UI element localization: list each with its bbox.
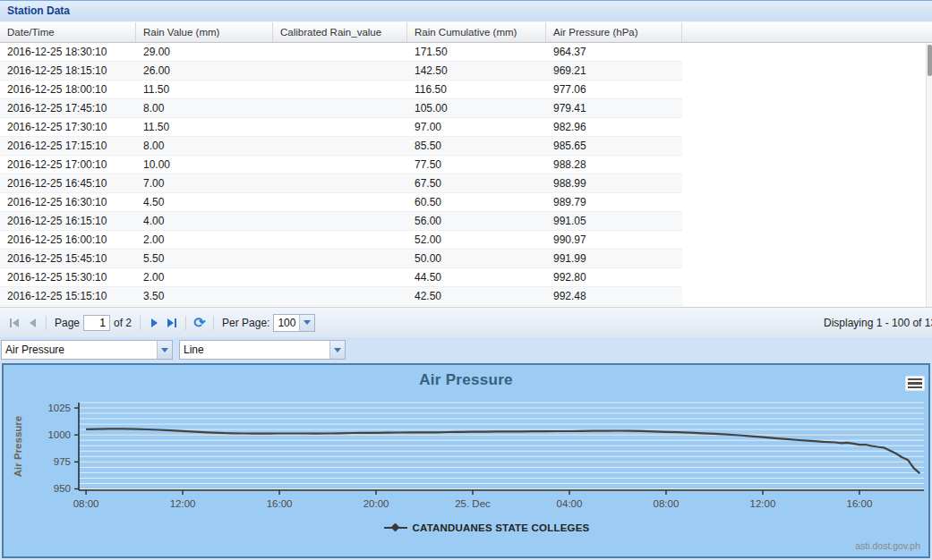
previous-page-icon xyxy=(30,318,36,327)
table-cell xyxy=(273,43,407,61)
table-cell: 97.00 xyxy=(407,118,546,136)
table-cell: 8.00 xyxy=(136,137,273,155)
table-cell: 105.00 xyxy=(407,99,546,117)
table-cell: 991.05 xyxy=(546,212,682,230)
column-header-rain-value-mm-[interactable]: Rain Value (mm) xyxy=(136,22,273,42)
svg-text:16:00: 16:00 xyxy=(847,498,873,509)
svg-text:1025: 1025 xyxy=(47,403,71,413)
table-cell: 56.00 xyxy=(407,212,546,230)
table-row[interactable]: 2016-12-25 16:30:104.5060.50989.79 xyxy=(0,193,682,212)
table-cell: 2016-12-25 15:15:10 xyxy=(0,287,136,305)
table-cell: 2016-12-25 16:30:10 xyxy=(0,193,136,211)
parameter-select[interactable]: Air Pressure xyxy=(1,340,173,360)
table-cell xyxy=(273,231,407,249)
page-count-label: of 2 xyxy=(114,317,132,329)
table-row[interactable]: 2016-12-25 18:00:1011.50116.50977.06 xyxy=(0,81,682,99)
table-cell xyxy=(273,250,407,267)
svg-text:08:00: 08:00 xyxy=(73,498,99,509)
toolbar-separator xyxy=(185,316,186,330)
column-header-empty[interactable] xyxy=(682,22,932,42)
next-page-button[interactable] xyxy=(145,314,163,332)
table-cell: 11.50 xyxy=(136,118,273,136)
parameter-value: Air Pressure xyxy=(2,341,157,359)
toolbar-separator xyxy=(140,316,141,330)
table-row[interactable]: 2016-12-25 17:00:1010.0077.50988.28 xyxy=(0,156,682,174)
table-cell: 969.21 xyxy=(546,62,682,80)
column-header-calibrated-rain-value[interactable]: Calibrated Rain_value xyxy=(273,22,407,42)
table-cell: 2016-12-25 16:00:10 xyxy=(0,231,136,249)
svg-text:975: 975 xyxy=(54,456,71,467)
table-cell: 2016-12-25 15:30:10 xyxy=(0,268,136,286)
column-header-date-time[interactable]: Date/Time xyxy=(0,22,136,42)
hamburger-menu-icon xyxy=(908,378,922,381)
table-cell: 2016-12-25 16:45:10 xyxy=(0,174,136,192)
table-cell xyxy=(273,193,407,211)
table-cell: 8.00 xyxy=(136,99,273,117)
column-header-air-pressure-hpa-[interactable]: Air Pressure (hPa) xyxy=(546,22,682,42)
table-row[interactable]: 2016-12-25 15:30:102.0044.50992.80 xyxy=(0,268,682,287)
table-cell: 44.50 xyxy=(407,268,546,286)
chart-legend[interactable]: CATANDUANES STATE COLLEGES xyxy=(4,522,928,533)
per-page-label: Per Page: xyxy=(222,317,269,329)
table-cell xyxy=(273,156,407,174)
table-row[interactable]: 2016-12-25 17:15:108.0085.50985.65 xyxy=(0,137,682,156)
per-page-select[interactable]: 100 xyxy=(273,314,315,332)
chart-menu-button[interactable] xyxy=(905,376,925,391)
table-cell: 977.06 xyxy=(546,81,682,98)
table-row[interactable]: 2016-12-25 17:30:1011.5097.00982.96 xyxy=(0,118,682,137)
table-cell: 60.50 xyxy=(407,193,546,211)
first-page-button[interactable] xyxy=(5,314,23,332)
table-cell: 988.99 xyxy=(546,174,682,192)
next-page-icon xyxy=(151,318,158,327)
table-cell: 116.50 xyxy=(407,81,546,98)
chart-type-select[interactable]: Line xyxy=(179,340,346,360)
table-row[interactable]: 2016-12-25 16:15:104.0056.00991.05 xyxy=(0,212,682,231)
last-page-icon xyxy=(167,318,174,327)
table-cell xyxy=(273,118,407,136)
parameter-trigger[interactable] xyxy=(157,341,172,359)
chevron-down-icon xyxy=(334,348,341,352)
last-page-button[interactable] xyxy=(163,314,181,332)
table-cell: 2016-12-25 17:45:10 xyxy=(0,99,136,117)
svg-text:12:00: 12:00 xyxy=(170,498,196,509)
chart-credits-link[interactable]: asti.dost.gov.ph xyxy=(855,540,920,551)
page-label: Page xyxy=(55,317,80,329)
paging-toolbar: Page of 2 ⟳ Per Page: 100 Displaying 1 -… xyxy=(0,307,932,337)
table-cell: 26.00 xyxy=(136,62,273,80)
table-cell: 2016-12-25 16:15:10 xyxy=(0,212,136,230)
table-cell xyxy=(273,81,407,98)
table-row[interactable]: 2016-12-25 18:30:1029.00171.50964.37 xyxy=(0,43,682,62)
table-cell xyxy=(273,137,407,155)
vertical-scrollbar[interactable] xyxy=(926,44,932,307)
page-number-input[interactable] xyxy=(83,315,110,331)
chart-title: Air Pressure xyxy=(4,371,928,389)
table-cell xyxy=(273,174,407,192)
table-row[interactable]: 2016-12-25 15:45:105.5050.00991.99 xyxy=(0,250,682,268)
table-row[interactable]: 2016-12-25 16:00:102.0052.00990.97 xyxy=(0,231,682,250)
table-cell: 67.50 xyxy=(407,174,546,192)
table-cell xyxy=(273,62,407,80)
table-cell: 2016-12-25 18:15:10 xyxy=(0,62,136,80)
table-cell: 2016-12-25 18:30:10 xyxy=(0,43,136,61)
chart-type-trigger[interactable] xyxy=(329,341,345,359)
per-page-trigger[interactable] xyxy=(299,315,314,331)
table-cell: 85.50 xyxy=(407,137,546,155)
table-cell xyxy=(273,212,407,230)
table-cell: 5.50 xyxy=(136,250,273,267)
table-cell: 989.79 xyxy=(546,193,682,211)
chevron-down-icon xyxy=(161,348,168,352)
table-cell: 2016-12-25 17:15:10 xyxy=(0,137,136,155)
chart-controls: Air Pressure Line xyxy=(0,337,932,363)
table-row[interactable]: 2016-12-25 18:15:1026.00142.50969.21 xyxy=(0,62,682,81)
table-cell: 50.00 xyxy=(407,250,546,267)
previous-page-button[interactable] xyxy=(23,314,41,332)
scrollbar-thumb[interactable] xyxy=(928,45,932,76)
table-row[interactable]: 2016-12-25 15:15:103.5042.50992.48 xyxy=(0,287,682,306)
table-cell: 142.50 xyxy=(407,62,546,80)
svg-text:16:00: 16:00 xyxy=(267,498,293,509)
refresh-button[interactable]: ⟳ xyxy=(191,314,209,332)
displaying-status: Displaying 1 - 100 of 13 xyxy=(824,317,932,329)
column-header-rain-cumulative-mm-[interactable]: Rain Cumulative (mm) xyxy=(407,22,546,42)
table-row[interactable]: 2016-12-25 17:45:108.00105.00979.41 xyxy=(0,99,682,118)
table-row[interactable]: 2016-12-25 16:45:107.0067.50988.99 xyxy=(0,174,682,193)
